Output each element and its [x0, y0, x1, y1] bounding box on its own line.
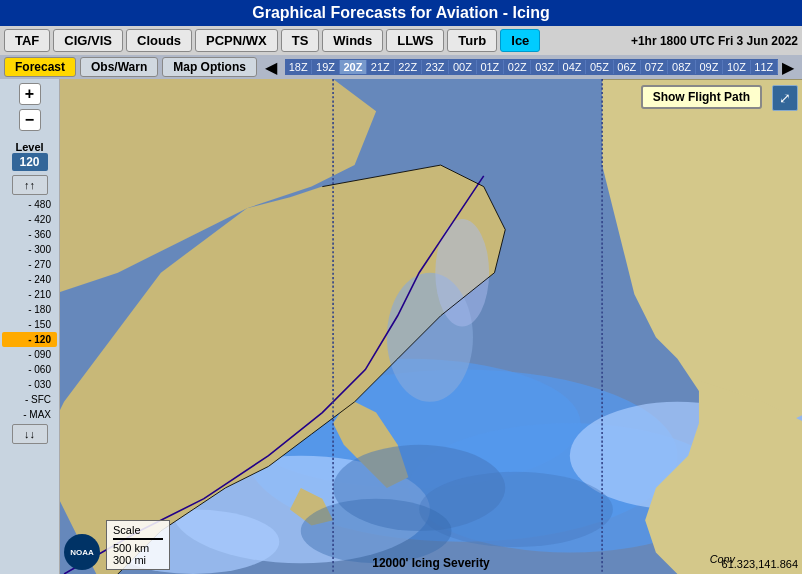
scale-km: 500 km — [113, 542, 163, 554]
sub-nav-bar: Forecast Obs/Warn Map Options ◀ 18Z 19Z … — [0, 55, 802, 79]
level-360[interactable]: - 360 — [2, 227, 57, 242]
tab-taf[interactable]: TAF — [4, 29, 50, 52]
time-08z[interactable]: 08Z — [668, 60, 695, 74]
tab-winds[interactable]: Winds — [322, 29, 383, 52]
tab-clouds[interactable]: Clouds — [126, 29, 192, 52]
subtab-obswarn[interactable]: Obs/Warn — [80, 57, 158, 77]
time-05z[interactable]: 05Z — [586, 60, 613, 74]
subtab-forecast[interactable]: Forecast — [4, 57, 76, 77]
level-panel: + − Level 120 ↑↑ - 480 - 420 - 360 - 300… — [0, 79, 60, 574]
noaa-logo: NOAA — [64, 534, 100, 570]
time-20z[interactable]: 20Z — [340, 60, 367, 74]
level-210[interactable]: - 210 — [2, 287, 57, 302]
time-10z[interactable]: 10Z — [723, 60, 750, 74]
time-18z[interactable]: 18Z — [285, 60, 312, 74]
map-area[interactable]: Conv Show Flight Path ⤢ NOAA Scale 500 k… — [60, 79, 802, 574]
time-23z[interactable]: 23Z — [422, 60, 449, 74]
svg-point-12 — [301, 499, 452, 564]
level-value: 120 — [12, 153, 48, 171]
utc-timestamp: +1hr 1800 UTC Fri 3 Jun 2022 — [631, 34, 798, 48]
time-09z[interactable]: 09Z — [696, 60, 723, 74]
expand-icon: ⤢ — [779, 90, 791, 106]
scale-title: Scale — [113, 524, 163, 536]
timeline-prev-arrow[interactable]: ◀ — [265, 58, 277, 77]
map-caption: 12000' Icing Severity — [372, 556, 490, 570]
map-svg: Conv — [60, 79, 802, 574]
tab-pcpnwx[interactable]: PCPN/WX — [195, 29, 278, 52]
map-canvas: Conv Show Flight Path ⤢ NOAA Scale 500 k… — [60, 79, 802, 574]
level-480[interactable]: - 480 — [2, 197, 57, 212]
level-060[interactable]: - 060 — [2, 362, 57, 377]
time-02z[interactable]: 02Z — [504, 60, 531, 74]
nav-tabs-bar: TAF CIG/VIS Clouds PCPN/WX TS Winds LLWS… — [0, 26, 802, 55]
tab-llws[interactable]: LLWS — [386, 29, 444, 52]
scale-mi: 300 mi — [113, 554, 163, 566]
time-04z[interactable]: 04Z — [559, 60, 586, 74]
timeline-next-arrow[interactable]: ▶ — [782, 58, 794, 77]
level-up-button[interactable]: ↑↑ — [12, 175, 48, 195]
show-flight-path-button[interactable]: Show Flight Path — [641, 85, 762, 109]
level-150[interactable]: - 150 — [2, 317, 57, 332]
time-11z[interactable]: 11Z — [751, 60, 778, 74]
tab-cigvis[interactable]: CIG/VIS — [53, 29, 123, 52]
subtab-mapoptions[interactable]: Map Options — [162, 57, 257, 77]
level-180[interactable]: - 180 — [2, 302, 57, 317]
time-07z[interactable]: 07Z — [641, 60, 668, 74]
level-030[interactable]: - 030 — [2, 377, 57, 392]
time-00z[interactable]: 00Z — [449, 60, 476, 74]
level-300[interactable]: - 300 — [2, 242, 57, 257]
page-title: Graphical Forecasts for Aviation - Icing — [252, 4, 550, 21]
level-label: Level — [15, 141, 43, 153]
tab-ice[interactable]: Ice — [500, 29, 540, 52]
zoom-in-button[interactable]: + — [19, 83, 41, 105]
time-19z[interactable]: 19Z — [312, 60, 339, 74]
level-240[interactable]: - 240 — [2, 272, 57, 287]
scale-box: Scale 500 km 300 mi — [106, 520, 170, 570]
time-21z[interactable]: 21Z — [367, 60, 394, 74]
level-sfc[interactable]: - SFC — [2, 392, 57, 407]
time-03z[interactable]: 03Z — [531, 60, 558, 74]
level-down-button[interactable]: ↓↓ — [12, 424, 48, 444]
level-max[interactable]: - MAX — [2, 407, 57, 422]
zoom-out-button[interactable]: − — [19, 109, 41, 131]
level-270[interactable]: - 270 — [2, 257, 57, 272]
coordinates-display: 61.323,141.864 — [722, 558, 798, 570]
timeline-bar: 18Z 19Z 20Z 21Z 22Z 23Z 00Z 01Z 02Z 03Z … — [285, 59, 778, 75]
time-01z[interactable]: 01Z — [477, 60, 504, 74]
tab-ts[interactable]: TS — [281, 29, 320, 52]
tab-turb[interactable]: Turb — [447, 29, 497, 52]
level-420[interactable]: - 420 — [2, 212, 57, 227]
page-header: Graphical Forecasts for Aviation - Icing — [0, 0, 802, 26]
time-22z[interactable]: 22Z — [395, 60, 422, 74]
main-content: + − Level 120 ↑↑ - 480 - 420 - 360 - 300… — [0, 79, 802, 574]
time-06z[interactable]: 06Z — [614, 60, 641, 74]
expand-map-button[interactable]: ⤢ — [772, 85, 798, 111]
level-090[interactable]: - 090 — [2, 347, 57, 362]
level-120[interactable]: - 120 — [2, 332, 57, 347]
